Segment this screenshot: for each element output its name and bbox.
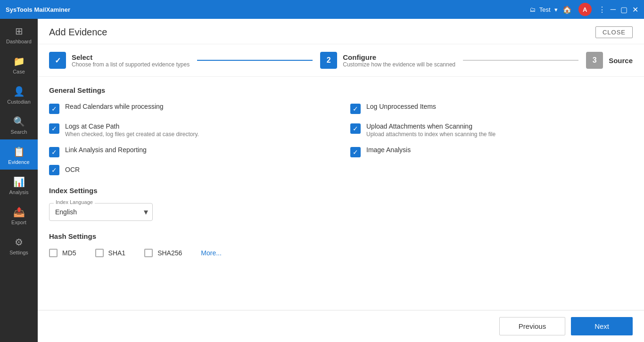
- step-3-circle: 3: [586, 52, 603, 69]
- step-1-desc: Choose from a list of supported evidence…: [72, 61, 190, 68]
- checkbox-link-analysis-input[interactable]: ✓: [49, 147, 59, 157]
- step-3-info: Source: [609, 57, 633, 65]
- sidebar-item-case[interactable]: 📁 Case: [0, 49, 38, 79]
- checkbox-read-calendars-input[interactable]: ✓: [49, 104, 59, 114]
- checkbox-log-unprocessed-input[interactable]: ✓: [350, 104, 361, 114]
- sidebar-item-custodian[interactable]: 👤 Custodian: [0, 79, 38, 109]
- stepper: ✓ Select Choose from a list of supported…: [38, 44, 644, 77]
- case-icon: 📁: [13, 56, 25, 67]
- sidebar-item-search[interactable]: 🔍 Search: [0, 109, 38, 139]
- checkbox-ocr-input[interactable]: ✓: [49, 165, 59, 175]
- briefcase-icon: 🗂: [529, 6, 536, 13]
- step-1: ✓ Select Choose from a list of supported…: [49, 52, 190, 69]
- sidebar-item-analysis[interactable]: 📊 Analysis: [0, 170, 38, 200]
- next-button[interactable]: Next: [571, 317, 633, 335]
- checkbox-read-calendars-label: Read Calendars while processing: [65, 103, 164, 110]
- page-title: Add Evidence: [49, 27, 107, 38]
- checkmark-icon: ✓: [353, 125, 358, 132]
- user-avatar[interactable]: A: [578, 3, 592, 16]
- checkmark-icon: ✓: [51, 125, 57, 132]
- checkbox-log-unprocessed-label: Log Unprocessed Items: [366, 103, 436, 110]
- minimize-icon[interactable]: ─: [611, 5, 616, 14]
- sidebar-item-settings[interactable]: ⚙ Settings: [0, 230, 38, 260]
- checkbox-image-analysis: ✓ Image Analysis: [350, 146, 633, 157]
- search-icon: 🔍: [13, 116, 25, 127]
- step-1-info: Select Choose from a list of supported e…: [72, 53, 190, 68]
- hash-sha1-label: SHA1: [108, 249, 126, 257]
- main-content: Add Evidence CLOSE ✓ Select Choose from …: [38, 19, 644, 342]
- step-2-circle: 2: [320, 52, 337, 69]
- hash-row: MD5 SHA1 SHA256 More...: [49, 249, 633, 257]
- checkmark-icon: ✓: [51, 148, 57, 156]
- sidebar-item-evidence[interactable]: 📋 Evidence: [0, 139, 38, 170]
- checkmark-icon: ✓: [51, 166, 57, 174]
- settings-icon: ⚙: [15, 236, 23, 248]
- hash-sha256-label: SHA256: [157, 249, 182, 257]
- step-line-1: [197, 60, 313, 61]
- bottom-nav: Previous Next: [38, 310, 644, 342]
- general-settings-grid: ✓ Read Calendars while processing ✓ Log …: [49, 103, 633, 157]
- checkbox-image-analysis-label: Image Analysis: [366, 146, 411, 154]
- app-body: ⊞ Dashboard 📁 Case 👤 Custodian 🔍 Search …: [0, 19, 644, 342]
- sidebar-label-custodian: Custodian: [7, 99, 31, 105]
- checkbox-read-calendars: ✓ Read Calendars while processing: [49, 103, 331, 114]
- checkbox-link-analysis-label: Link Analysis and Reporting: [65, 146, 147, 154]
- hash-more-link[interactable]: More...: [201, 249, 222, 257]
- more-icon[interactable]: ⋮: [598, 5, 606, 14]
- hash-sha1: SHA1: [95, 249, 126, 257]
- hash-sha1-checkbox[interactable]: [95, 249, 104, 257]
- general-settings-section: General Settings ✓ Read Calendars while …: [49, 86, 633, 175]
- sidebar-item-dashboard[interactable]: ⊞ Dashboard: [0, 19, 38, 49]
- analysis-icon: 📊: [13, 176, 25, 187]
- sidebar-label-evidence: Evidence: [8, 159, 29, 165]
- previous-button[interactable]: Previous: [499, 317, 565, 335]
- step-2-label: Configure: [343, 53, 455, 61]
- checkbox-link-analysis: ✓ Link Analysis and Reporting: [49, 146, 331, 157]
- hash-md5-checkbox[interactable]: [49, 249, 58, 257]
- step-2-desc: Customize how the evidence will be scann…: [343, 61, 455, 68]
- close-button[interactable]: CLOSE: [595, 26, 633, 38]
- hash-settings-section: Hash Settings MD5 SHA1 SHA256 More...: [49, 232, 633, 257]
- language-dropdown-wrapper: Index Language English French German Spa…: [49, 203, 153, 221]
- export-icon: 📤: [13, 206, 25, 218]
- maximize-icon[interactable]: ▢: [620, 5, 627, 14]
- dashboard-icon: ⊞: [15, 25, 23, 37]
- step-line-2: [463, 60, 578, 61]
- hash-sha256: SHA256: [144, 249, 182, 257]
- checkbox-logs-case: ✓ Logs at Case Path When checked, log fi…: [49, 122, 331, 138]
- sidebar-item-export[interactable]: 📤 Export: [0, 200, 38, 230]
- home-icon[interactable]: 🏠: [562, 5, 572, 14]
- hash-settings-title: Hash Settings: [49, 232, 633, 240]
- step-2: 2 Configure Customize how the evidence w…: [320, 52, 455, 69]
- dropdown-icon[interactable]: ▾: [554, 6, 558, 13]
- custodian-icon: 👤: [13, 86, 25, 97]
- title-bar-actions: 🏠 A ⋮: [562, 3, 606, 16]
- close-window-icon[interactable]: ✕: [632, 5, 638, 14]
- app-name: SysTools MailXaminer: [6, 6, 525, 13]
- sidebar-label-export: Export: [11, 220, 26, 225]
- hash-sha256-checkbox[interactable]: [144, 249, 153, 257]
- step-3-label: Source: [609, 57, 633, 65]
- checkbox-upload-attachments-input[interactable]: ✓: [350, 123, 361, 134]
- step-2-info: Configure Customize how the evidence wil…: [343, 53, 455, 68]
- step-3: 3 Source: [586, 52, 633, 69]
- sidebar: ⊞ Dashboard 📁 Case 👤 Custodian 🔍 Search …: [0, 19, 38, 342]
- index-settings-title: Index Settings: [49, 187, 633, 195]
- top-bar: Add Evidence CLOSE: [38, 19, 644, 44]
- sidebar-label-search: Search: [11, 129, 27, 135]
- sidebar-label-dashboard: Dashboard: [6, 39, 32, 44]
- checkbox-log-unprocessed: ✓ Log Unprocessed Items: [350, 103, 633, 114]
- checkbox-logs-case-labels: Logs at Case Path When checked, log file…: [65, 122, 199, 138]
- sidebar-label-case: Case: [13, 69, 25, 74]
- language-select[interactable]: English French German Spanish Italian: [49, 203, 153, 221]
- title-bar: SysTools MailXaminer 🗂 Test ▾ 🏠 A ⋮ ─ ▢ …: [0, 0, 644, 19]
- checkbox-upload-attachments: ✓ Upload Attachments when Scanning Uploa…: [350, 122, 633, 138]
- case-indicator: 🗂 Test ▾: [529, 6, 558, 13]
- checkmark-icon: ✓: [353, 105, 358, 113]
- checkbox-image-analysis-input[interactable]: ✓: [350, 147, 361, 157]
- hash-md5-label: MD5: [62, 249, 76, 257]
- checkmark-icon: ✓: [51, 105, 57, 113]
- checkbox-upload-attachments-labels: Upload Attachments when Scanning Upload …: [366, 122, 495, 138]
- checkbox-logs-case-input[interactable]: ✓: [49, 123, 59, 134]
- index-settings-section: Index Settings Index Language English Fr…: [49, 187, 633, 221]
